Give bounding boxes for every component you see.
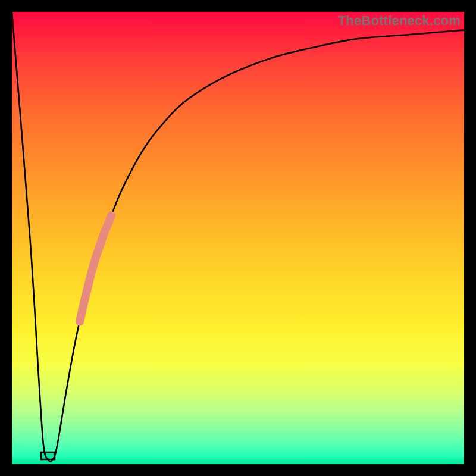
bottleneck-curve: [12, 12, 464, 461]
curve-layer: [12, 12, 464, 464]
highlight-dot-1: [80, 297, 89, 305]
plot-area: TheBottleneck.com: [12, 12, 464, 464]
chart-frame: TheBottleneck.com: [0, 0, 476, 476]
highlight-dot-2: [84, 284, 92, 292]
highlight-segment: [80, 215, 111, 322]
